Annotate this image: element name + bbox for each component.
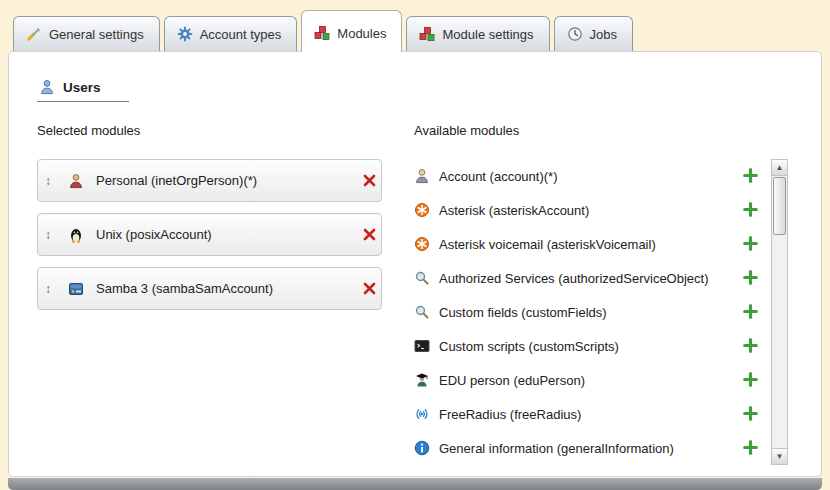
config-tabbar: General settings Account types Modules M… [0,10,830,51]
available-module-freeradius: FreeRadius (freeRadius) [414,397,759,431]
add-module-button[interactable] [743,338,759,354]
gear-icon [177,26,193,42]
scrollbar-thumb[interactable] [773,177,786,235]
tab-label: Jobs [590,27,617,42]
drag-handle-icon[interactable]: ↕ [45,228,60,242]
info-icon [414,440,430,456]
add-plus-icon [743,202,759,218]
person-icon [414,168,430,184]
tab-account-types[interactable]: Account types [164,16,298,51]
magnifier-icon [414,270,430,286]
module-label: Custom scripts (customScripts) [439,339,619,354]
selected-modules-heading: Selected modules [37,123,414,138]
delete-x-icon [362,173,378,189]
module-label: Custom fields (customFields) [439,305,607,320]
available-module-account: Account (account)(*) [414,159,759,193]
terminal-icon [414,338,430,354]
tab-general-settings[interactable]: General settings [13,16,160,51]
drag-handle-icon[interactable]: ↕ [45,282,60,296]
selected-module-unix[interactable]: ↕ Unix (posixAccount) [37,213,382,256]
add-plus-icon [743,338,759,354]
add-module-button[interactable] [743,440,759,456]
asterisk-icon [414,236,430,252]
samba-icon [68,281,84,297]
delete-x-icon [362,281,378,297]
tab-label: Module settings [442,27,533,42]
available-module-edu-person: EDU person (eduPerson) [414,363,759,397]
radio-signal-icon [414,406,430,422]
module-label: Personal (inetOrgPerson)(*) [96,173,257,188]
module-label: General information (generalInformation) [439,441,674,456]
magnifier-icon [414,304,430,320]
tab-jobs[interactable]: Jobs [554,16,633,51]
add-module-button[interactable] [743,406,759,422]
clock-icon [567,26,583,42]
remove-module-button[interactable] [354,227,370,243]
section-title-users: Users [37,79,129,102]
graduate-icon [414,372,430,388]
remove-module-button[interactable] [354,281,370,297]
module-label: Samba 3 (sambaSamAccount) [96,281,273,296]
modules-blocks-icon [314,25,330,41]
add-module-button[interactable] [743,372,759,388]
add-module-button[interactable] [743,168,759,184]
available-modules-scrollbar[interactable]: ▲ ▼ [771,159,788,465]
tab-label: Account types [200,27,282,42]
available-module-custom-scripts: Custom scripts (customScripts) [414,329,759,363]
module-label: Account (account)(*) [439,169,558,184]
person-icon [68,173,84,189]
available-module-general-information: General information (generalInformation) [414,431,759,465]
add-plus-icon [743,168,759,184]
add-plus-icon [743,304,759,320]
add-module-button[interactable] [743,236,759,252]
modules-config-panel: Users Selected modules ↕ Personal (inetO… [8,51,822,477]
tab-label: Modules [337,26,386,41]
scroll-down-button[interactable]: ▼ [772,448,787,464]
users-icon [39,79,55,95]
modules-blocks-icon [419,26,435,42]
tab-modules[interactable]: Modules [301,10,402,52]
add-plus-icon [743,372,759,388]
add-plus-icon [743,406,759,422]
footer-bar [8,478,822,490]
available-modules-list: Account (account)(*) Asterisk (asteriskA… [414,159,759,465]
available-modules-heading: Available modules [414,123,788,138]
add-plus-icon [743,440,759,456]
modules-columns: Selected modules ↕ Personal (inetOrgPers… [37,123,821,465]
available-module-authorized-services: Authorized Services (authorizedServiceOb… [414,261,759,295]
delete-x-icon [362,227,378,243]
add-plus-icon [743,270,759,286]
tab-label: General settings [49,27,144,42]
asterisk-icon [414,202,430,218]
lam-configuration-page: General settings Account types Modules M… [0,0,830,490]
available-module-asterisk: Asterisk (asteriskAccount) [414,193,759,227]
drag-handle-icon[interactable]: ↕ [45,174,60,188]
selected-module-personal[interactable]: ↕ Personal (inetOrgPerson)(*) [37,159,382,202]
available-module-custom-fields: Custom fields (customFields) [414,295,759,329]
add-plus-icon [743,236,759,252]
remove-module-button[interactable] [354,173,370,189]
module-label: Asterisk (asteriskAccount) [439,203,589,218]
tab-module-settings[interactable]: Module settings [406,16,549,51]
selected-module-samba3[interactable]: ↕ Samba 3 (sambaSamAccount) [37,267,382,310]
module-label: FreeRadius (freeRadius) [439,407,581,422]
penguin-icon [68,227,84,243]
section-title-text: Users [63,80,101,95]
scroll-up-button[interactable]: ▲ [772,160,787,176]
selected-modules-column: Selected modules ↕ Personal (inetOrgPers… [37,123,414,465]
module-label: Unix (posixAccount) [96,227,212,242]
available-module-asterisk-voicemail: Asterisk voicemail (asteriskVoicemail) [414,227,759,261]
module-label: EDU person (eduPerson) [439,373,585,388]
add-module-button[interactable] [743,270,759,286]
add-module-button[interactable] [743,202,759,218]
available-modules-column: Available modules Account (account)(*) [414,123,788,465]
add-module-button[interactable] [743,304,759,320]
wrench-icon [26,26,42,42]
module-label: Authorized Services (authorizedServiceOb… [439,271,709,286]
module-label: Asterisk voicemail (asteriskVoicemail) [439,237,656,252]
